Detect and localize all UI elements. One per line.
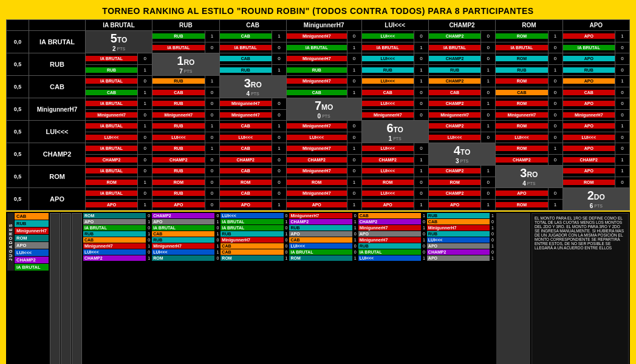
score-rom-champ-bot: 0 [481, 177, 496, 188]
score-ia-rub-top: 1 [205, 31, 219, 42]
diag-rom: 3RO 4 PTS [496, 166, 562, 188]
match-lui-rom-top: ROM [496, 121, 548, 132]
score-rub-cab-bot: 1 [272, 64, 286, 76]
score-champ-apo-top: 0 [615, 143, 629, 155]
round-name: IA BRUTAL [358, 249, 421, 255]
score-cab-apo-bot: 0 [615, 87, 629, 98]
round-name: ROM [152, 255, 214, 261]
round-score: 0 [353, 244, 358, 248]
player-list-item: CHAMP2 [15, 257, 49, 263]
round-match: APO1 [83, 219, 151, 224]
col-rub: RUB [152, 20, 219, 31]
round-score: 1 [215, 232, 220, 236]
player-apo: APO [29, 188, 86, 211]
score-mini-ia-bot: 0 [138, 109, 152, 121]
round-name: ROM [83, 213, 146, 218]
score-apo-champ-bot: 1 [481, 199, 496, 211]
match-lui-apo-bot: LUI<<< [562, 132, 615, 143]
match-champ-lui-bot: CHAMP2 [361, 154, 414, 166]
match-rub-cab-top: CAB [219, 53, 272, 65]
col-cab: CAB [219, 20, 286, 31]
score-champ-apo-bot: 1 [615, 154, 629, 166]
match-cab-lui-bot: CAB [361, 87, 414, 98]
score-apo-rub-bot: 0 [205, 199, 219, 211]
round-name: LUI<<< [427, 237, 490, 243]
round-score: 0 [215, 238, 220, 242]
round-name: RUB [152, 237, 214, 243]
match-cab-rub-bot: CAB [152, 87, 205, 98]
player-lui: LUI<<< [29, 121, 86, 143]
match-apo-rom-bot: ROM [496, 199, 548, 211]
col-player [29, 20, 86, 31]
match-cab-rom-bot: CAB [496, 87, 548, 98]
diag-ia-ia: 5TO 2 PTS [85, 31, 152, 53]
prefix-mini: 0,5 [7, 98, 29, 121]
round-name: MinigunnerH7 [221, 237, 283, 243]
round-col-3: LUI<<<0 IA BRUTAL1 IA BRUTAL0 RUB1 Minig… [221, 213, 289, 364]
match-cab-champ-top: CHAMP2 [428, 76, 480, 87]
score-rub-champ-top: 0 [481, 53, 496, 65]
match-lui-cab-top: CAB [219, 121, 272, 132]
rondas-button[interactable]: RONDAS [72, 213, 82, 364]
score-apo-lui-top: 0 [414, 188, 428, 200]
col-lui: LUI<<< [361, 20, 428, 31]
table-row: CHAMP2 0 CHAMP2 0 CHAMP2 0 CHAMP2 0 CHAM… [7, 154, 630, 166]
score-cab-mini-bot: 1 [347, 87, 361, 98]
table-row: 0,5 CHAMP2 IA BRUTAL 0 RUB 1 CAB 1 Minig… [7, 143, 630, 155]
score-cab-ia-bot: 1 [138, 87, 152, 98]
player-list-item: LUI<<< [15, 249, 49, 256]
player-list-item: ROM [15, 235, 49, 241]
player-ia-brutal: IA BRUTAL [29, 31, 86, 53]
score-ia-rom-bot: 0 [548, 42, 562, 53]
round-score: 0 [146, 214, 151, 218]
round-name: RUB [83, 231, 146, 237]
prefix-rub: 0,5 [7, 53, 29, 76]
player-rom: ROM [29, 166, 86, 188]
score-mini-lui-bot: 0 [414, 109, 428, 121]
match-champ-apo-bot: CHAMP2 [562, 154, 615, 166]
action-buttons: MEZCLAR LIMPIAR RONDAS [50, 213, 82, 364]
match-mini-apo-bot: MinigunnerH7 [562, 109, 615, 121]
round-score: 0 [490, 250, 495, 254]
score-rub-ia-top: 0 [138, 53, 152, 65]
table-row: 0,5 CAB IA BRUTAL 0 RUB 1 3RO 4 PTS [7, 76, 630, 87]
table-row: RUB 1 RUB 1 RUB 1 RUB 1 RUB 1 RUB 1 RUB … [7, 64, 630, 76]
round-name: MinigunnerH7 [289, 213, 352, 218]
round-name: RUB [427, 231, 490, 237]
round-col-5: CAB1 CHAMP20 MinigunnerH71 APO0 Minigunn… [358, 213, 426, 364]
score-apo-rom-bot: 1 [548, 199, 562, 211]
player-cab: CAB [29, 76, 86, 98]
limpiar-button[interactable]: LIMPIAR [61, 213, 71, 364]
round-name: RUB [427, 213, 490, 218]
match-rub-apo-bot: RUB [562, 64, 615, 76]
score-ia-champ-bot: 0 [481, 42, 496, 53]
mezclar-button[interactable]: MEZCLAR [50, 213, 60, 364]
match-mini-champ-top: CHAMP2 [428, 98, 480, 110]
match-apo-champ-bot: APO [428, 199, 480, 211]
match-rom-rub-top: RUB [152, 166, 205, 177]
round-score: 1 [353, 256, 358, 260]
prefix-champ: 0,5 [7, 143, 29, 166]
table-row: 0,5 MinigunnerH7 IA BRUTAL 1 RUB 0 Minig… [7, 98, 630, 110]
score-cab-apo-top: 1 [615, 76, 629, 87]
round-score: 0 [422, 250, 426, 254]
round-score: 1 [490, 244, 495, 248]
match-ia-mini-bot: IA BRUTAL [286, 42, 347, 53]
match-lui-mini-top: MinigunnerH7 [286, 121, 347, 132]
match-rub-rom-top: ROM [496, 53, 548, 65]
diag-rub-rub: 1RO 7 PTS [152, 53, 219, 76]
score-champ-cab-top: 1 [272, 143, 286, 155]
match-champ-rom-top: ROM [496, 143, 548, 155]
score-ia-rub-bot: 0 [205, 42, 219, 53]
score-ia-champ-top: 0 [481, 31, 496, 42]
round-name: CHAMP2 [358, 219, 421, 224]
round-match: CHAMP21 [83, 255, 151, 261]
score-cab-lui-bot: 0 [414, 87, 428, 98]
score-lui-mini-top: 0 [347, 121, 361, 132]
round-name: RUB [358, 243, 421, 249]
match-champ-rub-top: RUB [152, 143, 205, 155]
match-ia-rub-top: RUB [152, 31, 205, 42]
main-container: TORNEO RANKING AL ESTILO "ROUND ROBIN" (… [0, 0, 636, 364]
match-apo-lui-top: LUI<<< [361, 188, 414, 200]
match-apo-rom-top: APO [496, 188, 548, 200]
